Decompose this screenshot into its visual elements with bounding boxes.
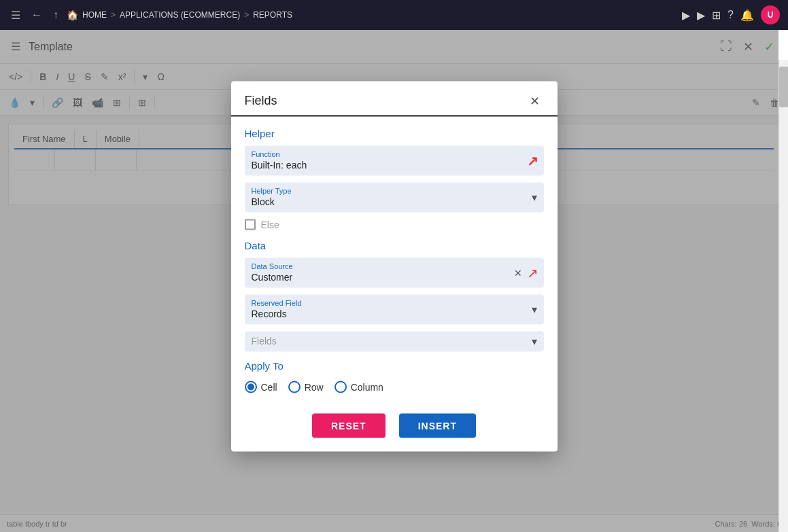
modal-header: Fields ✕	[231, 81, 558, 116]
helper-type-value: Block	[252, 196, 537, 207]
reports-label[interactable]: REPORTS	[253, 10, 292, 20]
data-source-label: Data Source	[252, 262, 537, 270]
grid-icon[interactable]: ⊞	[712, 9, 721, 22]
else-checkbox[interactable]	[245, 219, 256, 230]
radio-column[interactable]: Column	[335, 380, 383, 393]
topbar: ☰ ← ↑ 🏠 HOME > APPLICATIONS (ECOMMERCE) …	[0, 0, 788, 30]
apply-to-label: Apply To	[245, 359, 544, 371]
data-source-clear-icon[interactable]: ✕	[514, 267, 522, 278]
data-source-red-arrow: ↗	[527, 264, 538, 281]
helper-type-label: Helper Type	[252, 186, 537, 194]
reserved-field-value: Records	[252, 308, 537, 319]
radio-row-label: Row	[305, 381, 324, 392]
radio-column-circle	[335, 380, 347, 393]
avatar[interactable]: U	[761, 5, 780, 24]
play-icon[interactable]: ▶	[682, 9, 690, 22]
data-source-field[interactable]: Data Source Customer ✕ ↗	[245, 258, 544, 287]
radio-cell-label: Cell	[261, 381, 277, 392]
function-field-value: Built-In: each	[252, 159, 537, 170]
else-label: Else	[261, 219, 279, 230]
breadcrumb-sep1: >	[111, 10, 116, 20]
apps-label[interactable]: APPLICATIONS (ECOMMERCE)	[120, 10, 240, 20]
reserved-field-label: Reserved Field	[252, 298, 537, 306]
helper-section-label: Helper	[245, 127, 544, 139]
modal-footer: RESET INSERT	[231, 406, 558, 451]
reset-button[interactable]: RESET	[312, 413, 386, 438]
function-field[interactable]: Function Built-In: each ↗	[245, 145, 544, 175]
modal-title: Fields	[245, 94, 526, 108]
back-icon[interactable]: ←	[29, 6, 45, 24]
data-source-value: Customer	[252, 271, 537, 282]
function-red-arrow: ↗	[527, 154, 538, 167]
home-label[interactable]: HOME	[82, 10, 107, 20]
modal-close-button[interactable]: ✕	[526, 92, 544, 109]
radio-row[interactable]: Row	[288, 380, 324, 393]
helper-type-field[interactable]: Helper Type Block ▾	[245, 182, 544, 212]
fields-field[interactable]: Fields ▾	[245, 331, 544, 351]
insert-button[interactable]: INSERT	[399, 413, 476, 438]
up-icon[interactable]: ↑	[50, 6, 61, 24]
function-field-label: Function	[252, 149, 537, 158]
bell-icon[interactable]: 🔔	[740, 9, 754, 22]
radio-cell[interactable]: Cell	[245, 380, 277, 393]
modal-body: Helper Function Built-In: each ↗ Helper …	[231, 116, 558, 406]
topbar-right: ▶ ▶ ⊞ ? 🔔 U	[682, 5, 780, 24]
helper-type-dropdown-icon: ▾	[532, 191, 537, 204]
radio-row-circle	[288, 380, 301, 393]
fields-modal: Fields ✕ Helper Function Built-In: each …	[231, 81, 558, 451]
else-row: Else	[245, 219, 544, 230]
help-icon[interactable]: ?	[727, 9, 734, 21]
menu-icon[interactable]: ☰	[8, 6, 23, 24]
fields-dropdown-icon: ▾	[532, 335, 537, 348]
radio-cell-circle	[245, 380, 257, 393]
breadcrumb-sep2: >	[244, 10, 249, 20]
reserved-field[interactable]: Reserved Field Records ▾	[245, 294, 544, 324]
breadcrumb: 🏠 HOME > APPLICATIONS (ECOMMERCE) > REPO…	[67, 10, 292, 20]
radio-column-label: Column	[351, 381, 383, 392]
reserved-field-dropdown-icon: ▾	[532, 303, 537, 316]
data-section-label: Data	[245, 239, 544, 251]
home-icon: 🏠	[67, 10, 78, 20]
apply-to-row: Cell Row Column	[245, 380, 544, 393]
scrollbar-thumb[interactable]	[779, 67, 788, 107]
play2-icon[interactable]: ▶	[697, 9, 705, 22]
scrollbar[interactable]	[778, 60, 788, 532]
fields-value: Fields	[252, 335, 537, 346]
